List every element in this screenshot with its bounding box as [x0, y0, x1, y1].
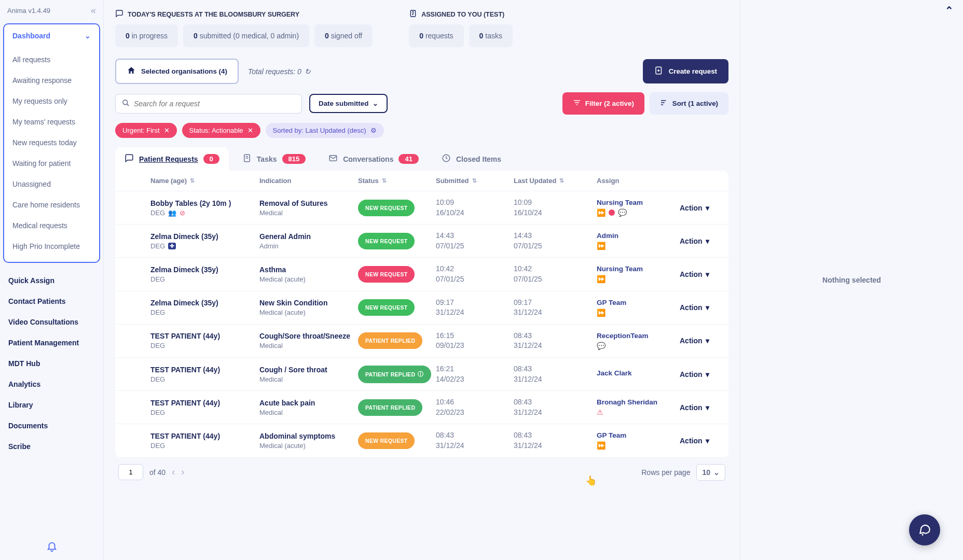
sidebar-item[interactable]: Analytics	[0, 374, 103, 395]
sidebar-item[interactable]: Library	[0, 395, 103, 415]
sidebar-item[interactable]: Unassigned	[4, 174, 99, 194]
warning-icon: ⚠	[597, 408, 603, 416]
chip-sorted-by[interactable]: Sorted by: Last Updated (desc) ⚙	[266, 123, 384, 138]
filter-button[interactable]: Filter (2 active)	[562, 92, 644, 115]
status-pill: PATIENT REPLIED	[358, 399, 422, 416]
sidebar-item[interactable]: Video Consultations	[0, 312, 103, 332]
col-name[interactable]: Name (age) ⇅	[150, 177, 259, 185]
table-row[interactable]: TEST PATIENT (44y) DEG Cough/Sore throat…	[115, 325, 728, 358]
table-row[interactable]: Zelma Dimeck (35y) DEG New Skin Conditio…	[115, 291, 728, 325]
sidebar-item[interactable]: Medical requests	[4, 215, 99, 236]
chat-fab[interactable]	[909, 514, 940, 545]
chat-icon: 💬	[618, 208, 627, 217]
sidebar-item[interactable]: Contact Patients	[0, 291, 103, 312]
status-pill: NEW REQUEST	[358, 432, 415, 449]
row-assign: Jack Clark	[597, 369, 680, 377]
row-submitted: 09:1731/12/24	[436, 298, 514, 318]
row-assign: Admin	[597, 232, 680, 240]
sort-icon: ⇅	[190, 177, 195, 184]
sidebar-item[interactable]: My requests only	[4, 91, 99, 111]
row-action-button[interactable]: Action ▾	[680, 403, 728, 412]
sidebar-item[interactable]: My teams' requests	[4, 111, 99, 132]
status-pill: NEW REQUEST	[358, 266, 415, 283]
gear-icon[interactable]: ⚙	[370, 127, 377, 134]
sidebar-item[interactable]: MDT Hub	[0, 353, 103, 374]
sort-icon: ⇅	[382, 177, 387, 184]
table-row[interactable]: TEST PATIENT (44y) DEG Cough / Sore thro…	[115, 358, 728, 391]
row-action-button[interactable]: Action ▾	[680, 370, 728, 379]
row-action-button[interactable]: Action ▾	[680, 270, 728, 278]
row-updated: 10:4207/01/25	[514, 264, 597, 284]
date-submitted-button[interactable]: Date submitted ⌄	[309, 94, 388, 113]
summary-card: 0 tasks	[469, 24, 513, 47]
sidebar-item[interactable]: Scribe	[0, 436, 103, 457]
row-action-button[interactable]: Action ▾	[680, 437, 728, 445]
info-icon: ⓘ	[418, 371, 423, 378]
status-pill: PATIENT REPLIED	[358, 332, 422, 349]
row-indication: Abdominal symptoms	[259, 432, 358, 440]
row-action-button[interactable]: Action ▾	[680, 204, 728, 212]
row-name: TEST PATIENT (44y)	[150, 432, 259, 440]
sidebar-item[interactable]: Patient Management	[0, 332, 103, 353]
next-page-icon[interactable]: ›	[181, 467, 184, 478]
sidebar-item[interactable]: Quick Assign	[0, 270, 103, 291]
chip-status[interactable]: Status: Actionable ✕	[182, 123, 260, 138]
sidebar-item[interactable]: New requests today	[4, 132, 99, 153]
table-row[interactable]: Zelma Dimeck (35y) DEG ✚ General Admin A…	[115, 225, 728, 258]
sidebar-dashboard-toggle[interactable]: Dashboard ⌄	[4, 24, 99, 47]
search-icon	[122, 99, 130, 108]
selected-organisations-button[interactable]: Selected organisations (4)	[115, 59, 239, 84]
row-indication-sub: Medical (acute)	[259, 442, 358, 450]
tab-tasks[interactable]: Tasks 815	[233, 147, 315, 171]
row-action-button[interactable]: Action ▾	[680, 337, 728, 345]
close-icon[interactable]: ✕	[164, 127, 170, 134]
chevron-down-icon: ▾	[706, 437, 709, 445]
clipboard-icon	[242, 153, 252, 164]
status-pill: NEW REQUEST	[358, 200, 415, 216]
row-updated: 10:0916/10/24	[514, 198, 597, 218]
notifications-bell-icon[interactable]	[46, 540, 58, 555]
table-row[interactable]: TEST PATIENT (44y) DEG Acute back pain M…	[115, 391, 728, 424]
sort-button[interactable]: Sort (1 active)	[650, 92, 728, 115]
forward-icon: ⏩	[597, 242, 606, 250]
chat-icon: 💬	[597, 342, 606, 350]
row-updated: 09:1731/12/24	[514, 298, 597, 318]
sidebar-item[interactable]: Documents	[0, 415, 103, 436]
create-request-button[interactable]: Create request	[643, 59, 728, 83]
sidebar-item[interactable]: Care home residents	[4, 194, 99, 215]
close-icon[interactable]: ✕	[247, 127, 253, 134]
sidebar-item[interactable]: Awaiting response	[4, 70, 99, 91]
collapse-sidebar-icon[interactable]: «	[91, 5, 96, 16]
table-row[interactable]: TEST PATIENT (44y) DEG Abdominal symptom…	[115, 424, 728, 457]
sidebar-item[interactable]: High Prio Incomplete	[4, 236, 99, 257]
collapse-panel-icon[interactable]: ⌃	[945, 4, 954, 17]
search-input[interactable]	[134, 100, 295, 108]
sidebar-item[interactable]: Waiting for patient	[4, 153, 99, 174]
col-last-updated[interactable]: Last Updated ⇅	[514, 177, 597, 185]
col-submitted[interactable]: Submitted ⇅	[436, 177, 514, 185]
refresh-icon[interactable]: ↻	[305, 67, 311, 76]
row-submitted: 08:4331/12/24	[436, 430, 514, 451]
chip-urgent[interactable]: Urgent: First ✕	[115, 123, 177, 138]
page-input[interactable]	[118, 464, 143, 480]
mail-icon	[328, 153, 338, 164]
table-row[interactable]: Bobby Tables (2y 10m ) DEG 👥 ⊘ Removal o…	[115, 191, 728, 225]
forward-icon: ⏩	[597, 275, 606, 283]
sidebar-dashboard-group: Dashboard ⌄ All requestsAwaiting respons…	[3, 23, 100, 263]
sidebar-item[interactable]: All requests	[4, 49, 99, 70]
tab-closed-items[interactable]: Closed Items	[432, 147, 511, 171]
status-pill: NEW REQUEST	[358, 233, 415, 249]
row-indication-sub: Medical	[259, 342, 358, 349]
tab-conversations[interactable]: Conversations 41	[319, 147, 428, 171]
badge-icon: ⊘	[180, 209, 185, 217]
col-status[interactable]: Status ⇅	[358, 177, 436, 185]
table-row[interactable]: Zelma Dimeck (35y) DEG Asthma Medical (a…	[115, 258, 728, 291]
row-action-button[interactable]: Action ▾	[680, 237, 728, 245]
row-indication: New Skin Condition	[259, 299, 358, 307]
row-name: Zelma Dimeck (35y)	[150, 232, 259, 241]
search-input-wrapper[interactable]	[115, 94, 302, 114]
rows-per-page-select[interactable]: 10 ⌄	[696, 464, 725, 481]
row-action-button[interactable]: Action ▾	[680, 303, 728, 312]
prev-page-icon[interactable]: ‹	[172, 467, 175, 478]
tab-patient-requests[interactable]: Patient Requests 0	[115, 147, 229, 171]
